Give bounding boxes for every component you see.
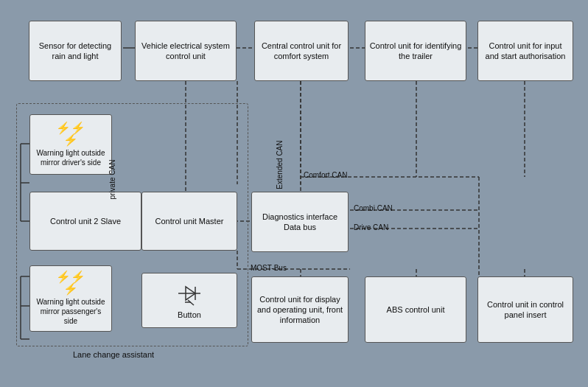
display-front-box: Control unit for display and operating u…: [251, 276, 349, 343]
abs-box: ABS control unit: [365, 276, 466, 343]
drive-can-label: Drive CAN: [354, 223, 388, 231]
central-control-box: Central control unit for comfort system: [254, 21, 349, 81]
control-panel-box: Control unit in control panel insert: [477, 276, 573, 343]
diag-box: Diagnostics interface Data bus: [251, 192, 349, 252]
comfort-can-label: Comfort CAN: [304, 171, 347, 179]
combi-can-label: Combi CAN: [354, 204, 393, 212]
extended-can-label: Extended CAN: [276, 141, 284, 189]
lane-assistant-label: Lane change assistant: [70, 350, 157, 359]
private-can-label: private CAN: [108, 160, 116, 200]
sensor-box: Sensor for detecting rain and light: [29, 21, 122, 81]
most-bus-label: MOST-Bus: [251, 264, 287, 272]
start-auth-box: Control unit for input and start authori…: [477, 21, 573, 81]
lane-assistant-border: [16, 103, 248, 346]
vehicle-elec-box: Vehicle electrical system control unit: [135, 21, 237, 81]
trailer-box: Control unit for identifying the trailer: [365, 21, 466, 81]
